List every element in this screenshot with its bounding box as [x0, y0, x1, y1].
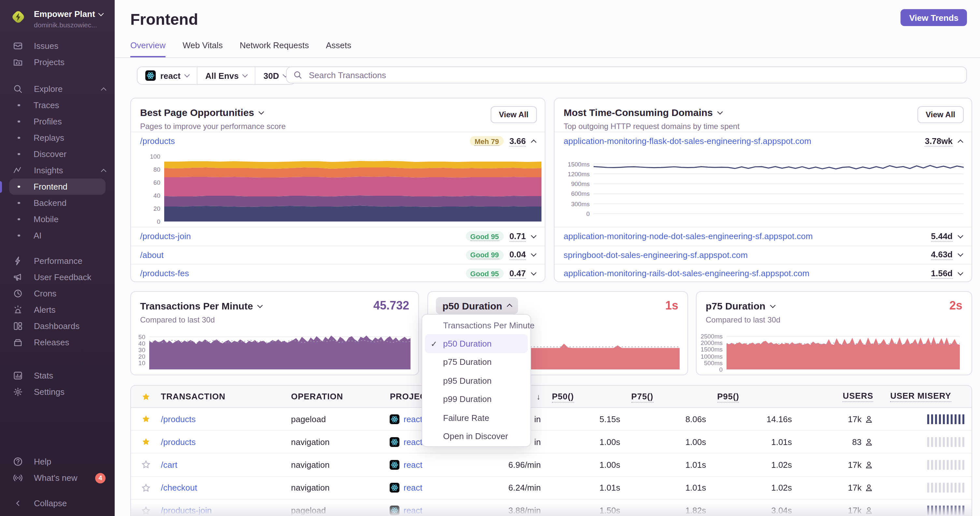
page-link[interactable]: /products-fes [140, 269, 189, 278]
sidebar-item-releases[interactable]: Releases [0, 334, 115, 351]
view-all-button[interactable]: View All [917, 106, 964, 123]
time-spent-value: 1.56d [931, 268, 953, 279]
tab-network-requests[interactable]: Network Requests [240, 40, 309, 58]
transaction-link[interactable]: /cart [161, 460, 178, 470]
transaction-link[interactable]: /checkout [161, 483, 197, 492]
metric-title[interactable]: p75 Duration [706, 300, 775, 311]
tab-assets[interactable]: Assets [326, 40, 351, 58]
domain-link[interactable]: springboot-dot-sales-engineering-sf.apps… [564, 250, 748, 260]
menu-item-p50-duration[interactable]: ✓p50 Duration [425, 335, 528, 353]
metric-title[interactable]: Transactions Per Minute [140, 300, 262, 311]
tab-overview[interactable]: Overview [130, 40, 165, 58]
sidebar-item-alerts[interactable]: Alerts [0, 302, 115, 318]
chevron-down-icon[interactable] [531, 233, 536, 238]
domain-row-expanded[interactable]: application-monitoring-flask-dot-sales-e… [555, 132, 972, 150]
search-input[interactable] [307, 69, 960, 81]
transaction-link[interactable]: /products [161, 414, 196, 424]
sidebar-item-stats[interactable]: Stats [0, 367, 115, 384]
axis-tick-label: 100 [150, 153, 160, 160]
page-row[interactable]: /aboutGood 990.04 [131, 245, 545, 264]
sort-desc-icon[interactable]: ↓ [536, 392, 541, 401]
chevron-down-icon[interactable] [958, 251, 963, 257]
sidebar-item-traces[interactable]: Traces [0, 97, 115, 113]
domain-row[interactable]: application-monitoring-rails-dot-sales-e… [555, 264, 972, 281]
sidebar-item-issues[interactable]: Issues [0, 38, 115, 54]
view-all-button[interactable]: View All [490, 106, 537, 123]
menu-item-failure-rate[interactable]: Failure Rate [422, 408, 530, 427]
tab-web-vitals[interactable]: Web Vitals [183, 40, 223, 58]
project-link[interactable]: react [404, 437, 423, 447]
user-misery-bars [927, 506, 964, 516]
sidebar-item-insights[interactable]: Insights [0, 162, 115, 178]
chevron-up-icon[interactable] [958, 139, 963, 144]
sidebar-item-ai[interactable]: AI [0, 227, 115, 244]
sidebar-item-settings[interactable]: Settings [0, 384, 115, 400]
whats-new-count-badge: 4 [95, 473, 105, 483]
chevron-down-icon [717, 109, 722, 114]
sidebar-item-dashboards[interactable]: Dashboards [0, 318, 115, 334]
chevron-down-icon[interactable] [958, 270, 963, 276]
sidebar-item-mobile[interactable]: Mobile [0, 211, 115, 227]
sidebar-item-help[interactable]: Help [0, 454, 115, 470]
project-link[interactable]: react [404, 414, 423, 424]
domain-row[interactable]: springboot-dot-sales-engineering-sf.apps… [555, 245, 972, 264]
org-switcher[interactable]: Empower Plant dominik.buszowiec... [10, 9, 103, 29]
users-cell: 17k [792, 506, 873, 516]
page-link[interactable]: /products [140, 136, 175, 146]
project-link[interactable]: react [404, 483, 423, 492]
sidebar-item-projects[interactable]: Projects [0, 54, 115, 70]
menu-item-open-in-discover[interactable]: Open in Discover [422, 427, 530, 446]
sidebar-item-explore[interactable]: Explore [0, 81, 115, 97]
sidebar-item-profiles[interactable]: Profiles [0, 113, 115, 130]
page-row[interactable]: /products-joinGood 950.71 [131, 227, 545, 245]
star-toggle[interactable] [131, 438, 161, 447]
metric-selector-button[interactable]: p50 Duration [436, 297, 518, 314]
sidebar-item-crons[interactable]: Crons [0, 285, 115, 302]
domain-link[interactable]: application-monitoring-flask-dot-sales-e… [564, 136, 811, 146]
page-link[interactable]: /about [140, 250, 164, 260]
menu-item-p75-duration[interactable]: p75 Duration [422, 353, 530, 372]
transaction-link[interactable]: /products [161, 437, 196, 447]
menu-item-p95-duration[interactable]: p95 Duration [422, 372, 530, 390]
sidebar-item-collapse[interactable]: Collapse [0, 495, 115, 511]
view-trends-button[interactable]: View Trends [901, 9, 967, 26]
page-row-expanded[interactable]: /products Meh 79 3.66 [131, 132, 545, 150]
star-toggle[interactable] [131, 483, 161, 492]
project-filter[interactable]: react [137, 67, 197, 84]
table-row[interactable]: /productspageloadreactin5.15s8.06s14.16s… [131, 408, 972, 431]
card-title[interactable]: Most Time-Consuming Domains [564, 107, 722, 118]
domain-row[interactable]: application-monitoring-node-dot-sales-en… [555, 227, 972, 245]
column-header-misery: USER MISERY [873, 391, 972, 402]
project-link[interactable]: react [404, 460, 423, 470]
star-toggle[interactable] [131, 460, 161, 469]
sidebar-item-whats-new[interactable]: What's new4 [0, 470, 115, 486]
table-row[interactable]: /productsnavigationreactin1.00s1.00s1.01… [131, 431, 972, 454]
menu-item-label: Open in Discover [443, 431, 508, 441]
environment-filter[interactable]: All Envs [197, 67, 255, 84]
sidebar-item-backend[interactable]: Backend [0, 195, 115, 211]
sidebar-item-replays[interactable]: Replays [0, 130, 115, 146]
sidebar-item-frontend[interactable]: Frontend [9, 178, 105, 195]
page-row[interactable]: /products-fesGood 950.47 [131, 264, 545, 281]
table-row[interactable]: /products-joinpageloadreact3.88/min1.50s… [131, 500, 972, 516]
project-link[interactable]: react [404, 506, 423, 516]
sidebar-item-discover[interactable]: Discover [0, 146, 115, 162]
table-row[interactable]: /checkoutnavigationreact6.24/min1.01s1.0… [131, 476, 972, 499]
table-row[interactable]: /cartnavigationreact6.96/min1.00s1.01s1.… [131, 454, 972, 476]
menu-item-transactions-per-minute[interactable]: Transactions Per Minute [422, 316, 530, 335]
card-title[interactable]: Best Page Opportunities [140, 107, 263, 118]
sidebar-item-user-feedback[interactable]: User Feedback [0, 269, 115, 285]
menu-item-p99-duration[interactable]: p99 Duration [422, 390, 530, 408]
page-link[interactable]: /products-join [140, 232, 191, 241]
chevron-up-icon[interactable] [531, 139, 536, 144]
star-toggle[interactable] [131, 414, 161, 424]
tpm-cell: 3.88/min [461, 506, 541, 516]
sidebar-item-performance[interactable]: Performance [0, 253, 115, 269]
chevron-down-icon[interactable] [531, 251, 536, 257]
domain-link[interactable]: application-monitoring-rails-dot-sales-e… [564, 269, 809, 278]
star-toggle[interactable] [131, 506, 161, 515]
transaction-link[interactable]: /products-join [161, 506, 212, 516]
domain-link[interactable]: application-monitoring-node-dot-sales-en… [564, 232, 813, 241]
chevron-down-icon[interactable] [958, 233, 963, 238]
chevron-down-icon[interactable] [531, 270, 536, 276]
